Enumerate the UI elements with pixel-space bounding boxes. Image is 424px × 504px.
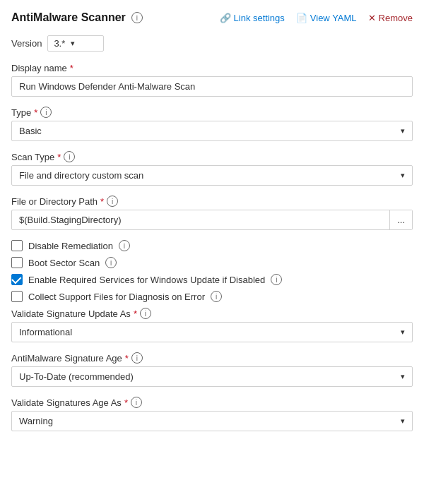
signature-age-chevron-icon: ▾: [401, 372, 405, 381]
view-yaml-label: View YAML: [310, 13, 357, 23]
collect-support-files-checkbox[interactable]: [11, 291, 23, 302]
validate-signatures-age-section: Validate Signatures Age As * i Warning ▾: [11, 397, 413, 431]
scan-type-label: Scan Type * i: [11, 151, 413, 162]
signature-age-dropdown[interactable]: Up-To-Date (recommended) ▾: [11, 366, 413, 387]
signature-age-info-icon[interactable]: i: [131, 352, 143, 364]
file-path-label: File or Directory Path * i: [11, 196, 413, 207]
validate-signature-required: *: [134, 308, 137, 319]
signature-age-label: AntiMalware Signature Age * i: [11, 352, 413, 364]
boot-sector-scan-info-icon[interactable]: i: [105, 257, 117, 268]
validate-signature-label: Validate Signature Update As * i: [11, 308, 413, 319]
scan-type-chevron-icon: ▾: [401, 171, 405, 180]
file-path-ellipsis-button[interactable]: ...: [389, 210, 412, 229]
file-path-input[interactable]: [12, 210, 389, 229]
disable-remediation-label: Disable Remediation: [28, 241, 113, 251]
version-chevron-icon: ▾: [71, 39, 75, 48]
scan-type-info-icon[interactable]: i: [64, 151, 75, 162]
validate-signature-section: Validate Signature Update As * i Informa…: [11, 308, 413, 342]
file-path-input-group: ...: [11, 210, 413, 230]
scan-type-section: Scan Type * i File and directory custom …: [11, 151, 413, 186]
type-value: Basic: [19, 126, 42, 136]
version-label: Version: [11, 38, 42, 49]
remove-button[interactable]: ✕ Remove: [368, 13, 413, 23]
boot-sector-scan-row: Boot Sector Scan i: [11, 257, 413, 268]
validate-signatures-age-info-icon[interactable]: i: [131, 397, 142, 408]
file-path-info-icon[interactable]: i: [107, 196, 118, 207]
validate-signature-value: Informational: [19, 327, 72, 337]
display-name-label: Display name *: [11, 63, 413, 73]
x-icon: ✕: [368, 13, 376, 23]
validate-signature-info-icon[interactable]: i: [140, 308, 151, 319]
boot-sector-scan-checkbox[interactable]: [11, 257, 23, 268]
header-left: AntiMalware Scanner i: [11, 11, 143, 24]
validate-signatures-age-value: Warning: [19, 416, 53, 426]
collect-support-files-label: Collect Support Files for Diagnosis on E…: [28, 292, 205, 302]
header-info-icon[interactable]: i: [131, 12, 143, 23]
yaml-icon: 📄: [296, 13, 307, 23]
file-path-section: File or Directory Path * i ...: [11, 196, 413, 230]
disable-remediation-row: Disable Remediation i: [11, 240, 413, 251]
type-required: *: [34, 107, 37, 118]
collect-support-files-info-icon[interactable]: i: [211, 291, 222, 302]
type-section: Type * i Basic ▾: [11, 107, 413, 141]
signature-age-value: Up-To-Date (recommended): [19, 371, 134, 382]
display-name-required: *: [70, 63, 73, 73]
scan-type-dropdown[interactable]: File and directory custom scan ▾: [11, 165, 413, 186]
remove-label: Remove: [379, 13, 413, 23]
version-value: 3.*: [54, 38, 65, 49]
header-right: 🔗 Link settings 📄 View YAML ✕ Remove: [220, 13, 413, 23]
display-name-section: Display name *: [11, 63, 413, 97]
link-settings-label: Link settings: [234, 13, 285, 23]
validate-signatures-age-dropdown[interactable]: Warning ▾: [11, 411, 413, 431]
page-header: AntiMalware Scanner i 🔗 Link settings 📄 …: [11, 11, 413, 24]
scan-type-required: *: [57, 152, 61, 162]
enable-required-services-row: Enable Required Services for Windows Upd…: [11, 274, 413, 285]
validate-signatures-age-chevron-icon: ▾: [401, 416, 405, 426]
version-row: Version 3.* ▾: [11, 35, 413, 52]
boot-sector-scan-label: Boot Sector Scan: [28, 258, 100, 268]
type-dropdown[interactable]: Basic ▾: [11, 121, 413, 141]
display-name-input[interactable]: [11, 76, 413, 97]
type-info-icon[interactable]: i: [40, 107, 52, 118]
validate-signatures-age-label: Validate Signatures Age As * i: [11, 397, 413, 408]
link-icon: 🔗: [220, 13, 231, 23]
disable-remediation-checkbox[interactable]: [11, 240, 23, 251]
signature-age-required: *: [125, 353, 129, 364]
scan-type-value: File and directory custom scan: [19, 170, 143, 181]
enable-required-services-label: Enable Required Services for Windows Upd…: [28, 275, 265, 285]
version-dropdown[interactable]: 3.* ▾: [47, 35, 104, 52]
signature-age-section: AntiMalware Signature Age * i Up-To-Date…: [11, 352, 413, 387]
validate-signatures-age-required: *: [124, 397, 128, 408]
enable-required-services-checkbox[interactable]: [11, 274, 23, 285]
file-path-required: *: [100, 196, 104, 207]
enable-required-services-info-icon[interactable]: i: [271, 274, 282, 285]
disable-remediation-info-icon[interactable]: i: [119, 240, 130, 251]
type-chevron-icon: ▾: [401, 126, 405, 136]
validate-signature-chevron-icon: ▾: [401, 328, 405, 337]
link-settings-button[interactable]: 🔗 Link settings: [220, 13, 285, 23]
validate-signature-dropdown[interactable]: Informational ▾: [11, 322, 413, 342]
page-title: AntiMalware Scanner: [11, 11, 126, 24]
view-yaml-button[interactable]: 📄 View YAML: [296, 13, 357, 23]
type-label: Type * i: [11, 107, 413, 118]
collect-support-files-row: Collect Support Files for Diagnosis on E…: [11, 291, 413, 302]
